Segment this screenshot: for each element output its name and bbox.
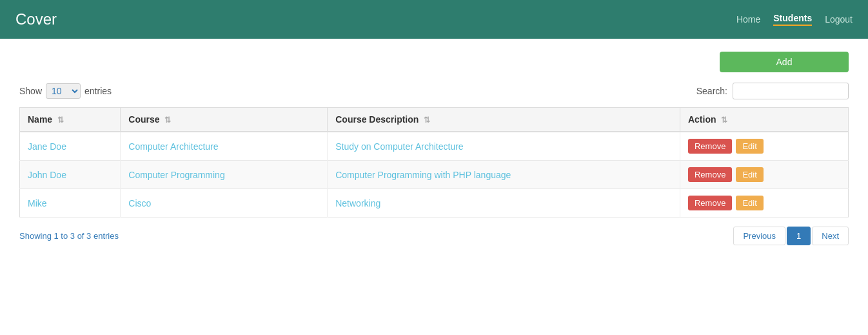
cell-description: Networking	[328, 189, 680, 218]
footer-row: Showing 1 to 3 of 3 entries Previous 1 N…	[19, 227, 849, 245]
col-course: Course ⇅	[121, 108, 328, 132]
next-button[interactable]: Next	[812, 227, 849, 245]
cell-action: RemoveEdit	[680, 161, 848, 188]
edit-button[interactable]: Edit	[736, 167, 763, 182]
nav: Home Students Logout	[736, 13, 853, 26]
previous-button[interactable]: Previous	[733, 227, 785, 245]
showing-text: Showing 1 to 3 of 3 entries	[19, 231, 119, 241]
showing-suffix: entries	[91, 231, 119, 241]
page-1-button[interactable]: 1	[787, 227, 811, 245]
showing-of: of	[75, 231, 86, 241]
sort-description-icon[interactable]: ⇅	[424, 116, 430, 125]
cell-action: RemoveEdit	[680, 189, 848, 217]
show-label: Show	[19, 86, 42, 96]
sort-name-icon[interactable]: ⇅	[57, 116, 64, 125]
add-button[interactable]: Add	[720, 52, 849, 72]
remove-button[interactable]: Remove	[688, 196, 732, 210]
cell-description: Computer Programming with PHP language	[328, 161, 680, 189]
search-label: Search:	[696, 86, 727, 96]
cell-description: Study on Computer Architecture	[328, 132, 680, 161]
table-row: Jane DoeComputer ArchitectureStudy on Co…	[20, 132, 849, 161]
edit-button[interactable]: Edit	[736, 139, 763, 154]
header: Cover Home Students Logout	[0, 0, 868, 39]
search-input[interactable]	[733, 83, 849, 99]
main-content: Add Show 10 25 50 100 entries Search: Na…	[0, 39, 868, 258]
logo: Cover	[15, 10, 57, 28]
cell-course: Computer Programming	[121, 161, 328, 189]
nav-students[interactable]: Students	[773, 13, 812, 26]
show-entries-control: Show 10 25 50 100 entries	[19, 83, 112, 99]
entries-label: entries	[84, 86, 112, 96]
entries-select[interactable]: 10 25 50 100	[46, 83, 81, 99]
controls-row: Show 10 25 50 100 entries Search:	[19, 83, 849, 99]
col-name: Name ⇅	[20, 108, 121, 132]
col-action: Action ⇅	[680, 108, 848, 132]
nav-logout[interactable]: Logout	[825, 14, 853, 25]
toolbar: Add	[19, 52, 849, 72]
table-row: John DoeComputer ProgrammingComputer Pro…	[20, 161, 849, 189]
remove-button[interactable]: Remove	[688, 139, 732, 154]
cell-course: Cisco	[121, 189, 328, 218]
cell-course: Computer Architecture	[121, 132, 328, 161]
data-table: Name ⇅ Course ⇅ Course Description ⇅ Act…	[19, 107, 849, 218]
showing-prefix: Showing	[19, 231, 54, 241]
showing-range: 1 to 3	[54, 231, 75, 241]
cell-name: Mike	[20, 189, 121, 218]
search-box: Search:	[696, 83, 849, 99]
cell-name: John Doe	[20, 161, 121, 189]
col-description: Course Description ⇅	[328, 108, 680, 132]
sort-action-icon[interactable]: ⇅	[721, 116, 727, 125]
cell-action: RemoveEdit	[680, 132, 848, 160]
remove-button[interactable]: Remove	[688, 167, 732, 182]
sort-course-icon[interactable]: ⇅	[164, 116, 171, 125]
cell-name: Jane Doe	[20, 132, 121, 161]
table-header-row: Name ⇅ Course ⇅ Course Description ⇅ Act…	[20, 108, 849, 132]
table-row: MikeCiscoNetworkingRemoveEdit	[20, 189, 849, 218]
edit-button[interactable]: Edit	[736, 196, 763, 210]
pagination: Previous 1 Next	[733, 227, 849, 245]
nav-home[interactable]: Home	[736, 14, 760, 25]
